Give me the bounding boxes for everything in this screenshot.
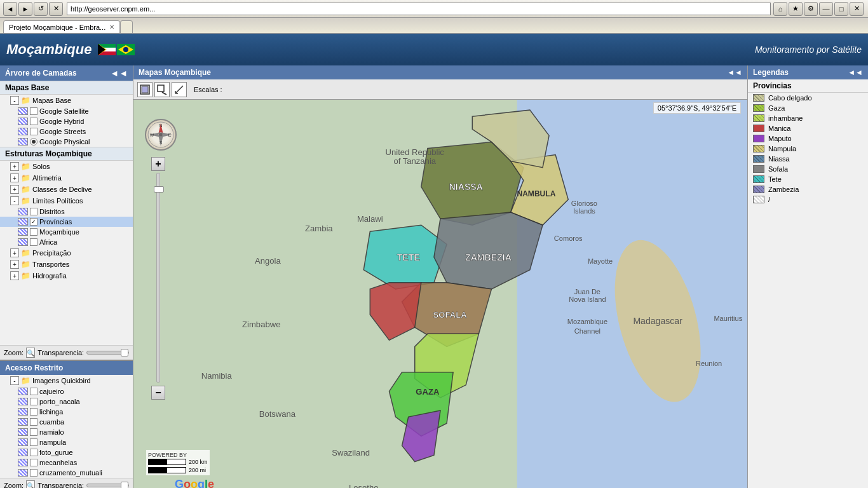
checkbox-mecanhelas[interactable] <box>30 459 37 466</box>
checkbox-cajueiro[interactable] <box>30 388 37 395</box>
zoom-plus-button[interactable]: + <box>151 157 165 171</box>
reload-button[interactable]: ↺ <box>34 2 48 16</box>
expand-icon[interactable]: - <box>10 196 19 205</box>
maximize-button[interactable]: □ <box>834 2 848 16</box>
legend-expand-button[interactable]: ◄◄ <box>848 68 863 77</box>
checkbox-cuamba[interactable] <box>30 418 37 426</box>
checkbox-provincias[interactable]: ✓ <box>30 218 37 226</box>
tree-label: Imagens Quickbird <box>32 377 91 384</box>
zoom-magnifier-icon2[interactable]: 🔍 <box>26 480 35 488</box>
bookmark-button[interactable]: ★ <box>789 2 803 16</box>
expand-icon[interactable]: + <box>10 271 19 280</box>
tree-item-cruzamento[interactable]: cruzamento_mutuali <box>0 468 133 478</box>
tree-item-precipitacao[interactable]: + 📁 Precipitação <box>0 247 133 259</box>
tree-label: porto_nacala <box>39 398 80 405</box>
tree-item-altimetria[interactable]: + 📁 Altimetria <box>0 172 133 184</box>
tree-item-google-satellite[interactable]: Google Satellite <box>0 106 133 116</box>
tree-item-nampula[interactable]: nampula <box>0 437 133 447</box>
checkbox-cruzamento[interactable] <box>30 469 37 477</box>
settings-button[interactable]: ⚙ <box>804 2 818 16</box>
compass-control[interactable]: N S W E <box>145 119 177 151</box>
tree-item-classes-declive[interactable]: + 📁 Classes de Declive <box>0 184 133 195</box>
tree-item-distritos[interactable]: Distritos <box>0 207 133 217</box>
svg-text:Zambia: Zambia <box>305 224 333 233</box>
layer-icon <box>18 128 28 135</box>
stop-button[interactable]: ✕ <box>49 2 63 16</box>
tree-item-porto-nacala[interactable]: porto_nacala <box>0 396 133 407</box>
map-panel-expand-icon[interactable]: ◄◄ <box>727 68 742 77</box>
tree-item-limites-politicos[interactable]: - 📁 Limites Políticos <box>0 195 133 207</box>
tree-item-cajueiro[interactable]: cajueiro <box>0 386 133 396</box>
home-button[interactable]: ⌂ <box>773 2 787 16</box>
map-container[interactable]: NIASSA NAMBULA TETE ZAMBEZIA SOFALA GAZA… <box>133 100 747 488</box>
tree-label: namialo <box>39 428 64 436</box>
zoom-slider-handle[interactable] <box>154 186 164 193</box>
close-window-button[interactable]: ✕ <box>850 2 864 16</box>
expand-icon[interactable]: + <box>10 185 19 194</box>
full-extent-button[interactable] <box>137 82 153 97</box>
forward-button[interactable]: ► <box>18 2 32 16</box>
checkbox-namialo[interactable] <box>30 428 37 436</box>
new-tab[interactable] <box>120 20 133 33</box>
svg-line-11 <box>162 92 166 95</box>
tree-label: Mapas Base <box>32 97 71 104</box>
address-bar[interactable] <box>67 3 771 15</box>
checkbox-foto-gurue[interactable] <box>30 449 37 456</box>
checkbox-streets[interactable] <box>30 128 37 135</box>
slider-thumb2[interactable] <box>121 482 128 488</box>
folder-icon: 📁 <box>21 96 31 105</box>
tree-item-cuamba[interactable]: cuamba <box>0 417 133 427</box>
expand-icon[interactable]: + <box>10 173 19 182</box>
expand-icon[interactable]: - <box>10 96 19 105</box>
checkbox-porto-nacala[interactable] <box>30 398 37 405</box>
tree-item-lichinga[interactable]: lichinga <box>0 407 133 417</box>
zoom-slider-vertical[interactable] <box>156 173 160 383</box>
minimize-button[interactable]: — <box>819 2 833 16</box>
tree-item-google-physical[interactable]: Google Physical <box>0 137 133 147</box>
tree-label: Províncias <box>39 218 72 226</box>
checkbox-satellite[interactable] <box>30 107 37 115</box>
tree-item-mecanhelas[interactable]: mecanhelas <box>0 458 133 468</box>
expand-icon[interactable]: + <box>10 260 19 269</box>
tree-item-mapas-base[interactable]: - 📁 Mapas Base <box>0 95 133 106</box>
checkbox-africa[interactable] <box>30 238 37 246</box>
expand-icon[interactable]: + <box>10 248 19 257</box>
expand-icon[interactable]: + <box>10 162 19 171</box>
back-button[interactable]: ◄ <box>3 2 17 16</box>
svg-text:Comoros: Comoros <box>554 234 583 242</box>
legend-label-niassa: Niassa <box>768 155 790 163</box>
checkbox-mocambique[interactable] <box>30 228 37 236</box>
tree-item-google-hybrid[interactable]: Google Hybrid <box>0 116 133 126</box>
tree-item-provincias[interactable]: ✓ Províncias <box>0 217 133 227</box>
tree-item-google-streets[interactable]: Google Streets <box>0 126 133 137</box>
tree-item-solos[interactable]: + 📁 Solos <box>0 161 133 172</box>
tab-close-button[interactable]: ✕ <box>109 24 114 30</box>
tree-item-hidrografia[interactable]: + 📁 Hidrografia <box>0 270 133 281</box>
tree-item-foto-gurue[interactable]: foto_gurue <box>0 447 133 458</box>
checkbox-lichinga[interactable] <box>30 408 37 416</box>
zoom-magnifier-icon[interactable]: 🔍 <box>26 348 35 358</box>
legend-item-tete: Tete <box>748 174 868 184</box>
transparency-slider2[interactable] <box>86 484 129 487</box>
zoom-in-tool-button[interactable] <box>154 82 170 97</box>
tree-item-namialo[interactable]: namialo <box>0 427 133 437</box>
expand-icon[interactable]: - <box>10 376 19 385</box>
checkbox-nampula[interactable] <box>30 438 37 446</box>
transparency-slider[interactable] <box>86 351 129 355</box>
radio-physical[interactable] <box>30 138 37 146</box>
svg-text:United Republic: United Republic <box>386 147 445 157</box>
tree-item-africa[interactable]: Africa <box>0 237 133 247</box>
tree-item-mocambique[interactable]: Moçambique <box>0 227 133 237</box>
tree-item-transportes[interactable]: + 📁 Transportes <box>0 259 133 270</box>
checkbox-distritos[interactable] <box>30 208 37 215</box>
measure-tool-button[interactable] <box>172 82 187 97</box>
active-tab[interactable]: Projeto Moçambique - Embra... ✕ <box>3 20 120 33</box>
slider-thumb[interactable] <box>121 349 128 356</box>
tree-item-quickbird[interactable]: - 📁 Imagens Quickbird <box>0 375 133 386</box>
scale-km-label: 200 km <box>189 459 208 465</box>
zoom-minus-button[interactable]: − <box>151 386 165 400</box>
tree-label: Classes de Declive <box>32 186 92 193</box>
checkbox-hybrid[interactable] <box>30 118 37 125</box>
layer-icon <box>18 398 28 405</box>
left-panel-collapse-button[interactable]: ◄◄ <box>110 68 128 78</box>
